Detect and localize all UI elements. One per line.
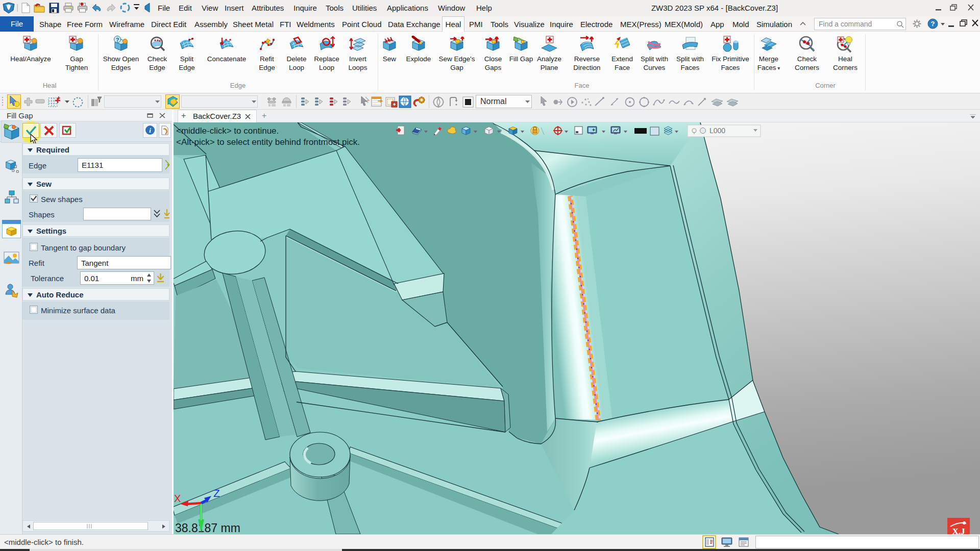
svg-text:Z: Z xyxy=(213,487,220,499)
svg-text:L000: L000 xyxy=(709,127,725,135)
svg-text:X: X xyxy=(174,493,181,504)
svg-text:<Alt-pick> to select entity be: <Alt-pick> to select entity behind front… xyxy=(176,137,360,147)
svg-text:X.J: X.J xyxy=(952,527,965,534)
svg-text:?: ? xyxy=(116,37,119,43)
svg-text:38.8187 mm: 38.8187 mm xyxy=(175,521,240,534)
svg-text:?: ? xyxy=(931,20,935,28)
svg-text:i: i xyxy=(149,127,151,134)
svg-text:<middle-click> to continue.: <middle-click> to continue. xyxy=(176,126,279,136)
